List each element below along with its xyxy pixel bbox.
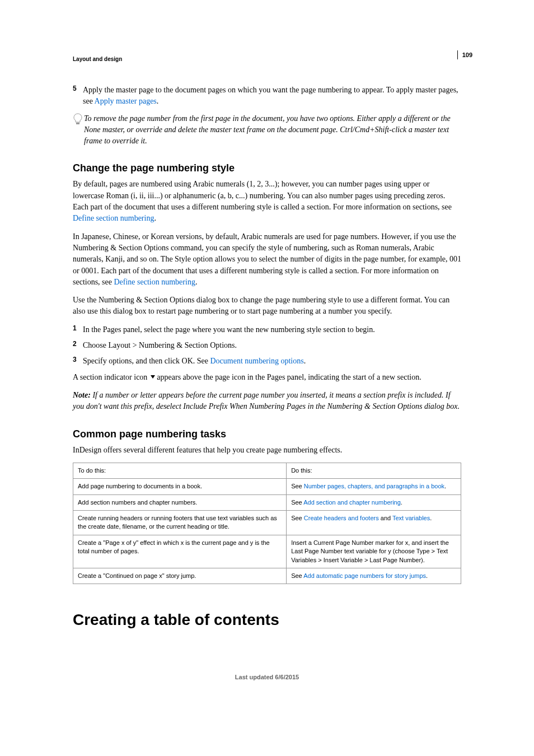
paragraph: A section indicator icon appears above t… xyxy=(73,372,461,383)
step-content: Choose Layout > Numbering & Section Opti… xyxy=(83,340,237,351)
table-header-cell: Do this: xyxy=(287,463,461,478)
table-header-row: To do this: Do this: xyxy=(73,463,461,478)
numbering-tasks-table: To do this: Do this: Add page numbering … xyxy=(73,463,461,585)
step-3: 3 Specify options, and then click OK. Se… xyxy=(73,356,461,367)
table-cell: Add page numbering to documents in a boo… xyxy=(73,479,287,494)
breadcrumb: Layout and design xyxy=(73,56,461,62)
step-number: 1 xyxy=(73,324,83,335)
heading-creating-toc: Creating a table of contents xyxy=(73,611,461,629)
table-cell: See Add section and chapter numbering. xyxy=(287,494,461,510)
table-cell: See Number pages, chapters, and paragrap… xyxy=(287,479,461,494)
paragraph: InDesign offers several different featur… xyxy=(73,445,461,456)
page-number: 109 xyxy=(457,50,472,59)
text: . xyxy=(401,499,402,506)
table-cell: Add section numbers and chapter numbers. xyxy=(73,494,287,510)
link-headers-footers[interactable]: Create headers and footers xyxy=(304,515,379,521)
svg-rect-0 xyxy=(76,123,79,124)
step-5: 5 Apply the master page to the document … xyxy=(73,85,461,108)
text: See xyxy=(291,483,304,489)
text: . xyxy=(195,278,198,286)
link-section-chapter-numbering[interactable]: Add section and chapter numbering xyxy=(303,499,401,506)
heading-change-style: Change the page numbering style xyxy=(73,162,461,174)
link-number-pages-book[interactable]: Number pages, chapters, and paragraphs i… xyxy=(304,483,444,489)
text: . xyxy=(304,357,306,365)
note: Note: If a number or letter appears befo… xyxy=(73,390,461,413)
text: . xyxy=(154,214,156,222)
link-define-section-numbering[interactable]: Define section numbering xyxy=(114,278,195,286)
table-row: Create running headers or running footer… xyxy=(73,511,461,535)
text: See xyxy=(291,499,303,506)
step-2: 2 Choose Layout > Numbering & Section Op… xyxy=(73,340,461,351)
note-text: If a number or letter appears before the… xyxy=(73,391,460,410)
table-row: Add section numbers and chapter numbers.… xyxy=(73,494,461,510)
table-cell: Insert a Current Page Number marker for … xyxy=(287,535,461,568)
table-row: Create a "Page x of y" effect in which x… xyxy=(73,535,461,568)
link-define-section-numbering[interactable]: Define section numbering xyxy=(73,214,154,222)
step-1: 1 In the Pages panel, select the page wh… xyxy=(73,324,461,335)
step-text-after: . xyxy=(157,97,159,105)
footer: Last updated 6/6/2015 xyxy=(73,674,461,680)
tip-block: To remove the page number from the first… xyxy=(73,113,461,147)
link-document-numbering-options[interactable]: Document numbering options xyxy=(210,357,303,365)
tip-text: To remove the page number from the first… xyxy=(84,113,461,147)
step-content: Apply the master page to the document pa… xyxy=(83,85,461,108)
text: Specify options, and then click OK. See xyxy=(83,357,210,365)
text: . xyxy=(430,515,432,521)
table-header-cell: To do this: xyxy=(73,463,287,478)
text: See xyxy=(291,515,304,521)
link-text-variables[interactable]: Text variables xyxy=(392,515,430,521)
text: . xyxy=(444,483,446,489)
lightbulb-icon xyxy=(73,113,84,147)
paragraph: Use the Numbering & Section Options dial… xyxy=(73,295,461,318)
step-number: 5 xyxy=(73,85,83,108)
text: A section indicator icon xyxy=(73,373,149,381)
link-story-jumps[interactable]: Add automatic page numbers for story jum… xyxy=(303,572,426,579)
paragraph: By default, pages are numbered using Ara… xyxy=(73,179,461,224)
text: See xyxy=(291,572,303,579)
step-number: 2 xyxy=(73,340,83,351)
table-cell: Create a "Continued on page x" story jum… xyxy=(73,568,287,584)
table-cell: Create running headers or running footer… xyxy=(73,511,287,535)
text: appears above the page icon in the Pages… xyxy=(155,373,421,381)
step-content: Specify options, and then click OK. See … xyxy=(83,356,306,367)
section-indicator-icon xyxy=(149,374,155,380)
table-cell: Create a "Page x of y" effect in which x… xyxy=(73,535,287,568)
note-label: Note: xyxy=(73,391,92,399)
table-row: Create a "Continued on page x" story jum… xyxy=(73,568,461,584)
text: . xyxy=(426,572,428,579)
link-apply-master-pages[interactable]: Apply master pages xyxy=(95,97,157,105)
step-content: In the Pages panel, select the page wher… xyxy=(83,324,375,335)
heading-common-tasks: Common page numbering tasks xyxy=(73,428,461,440)
text: and xyxy=(379,515,392,521)
table-cell: See Create headers and footers and Text … xyxy=(287,511,461,535)
table-cell: See Add automatic page numbers for story… xyxy=(287,568,461,584)
table-row: Add page numbering to documents in a boo… xyxy=(73,479,461,494)
paragraph: In Japanese, Chinese, or Korean versions… xyxy=(73,231,461,288)
text: By default, pages are numbered using Ara… xyxy=(73,180,452,211)
step-number: 3 xyxy=(73,356,83,367)
